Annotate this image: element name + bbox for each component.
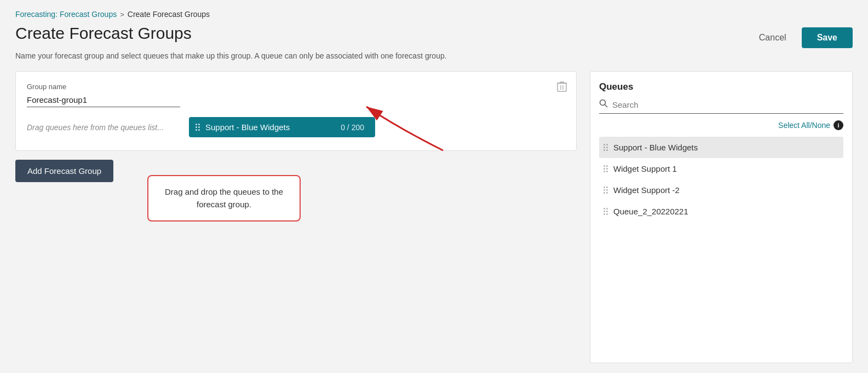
trash-icon <box>556 80 567 92</box>
group-name-section: Group name <box>27 83 565 107</box>
breadcrumb: Forecasting: Forecast Groups > Create Fo… <box>15 10 853 19</box>
delete-group-button[interactable] <box>556 80 567 95</box>
queue-chip-label: Support - Blue Widgets <box>205 123 290 132</box>
breadcrumb-link[interactable]: Forecasting: Forecast Groups <box>15 10 117 19</box>
breadcrumb-separator: > <box>120 10 124 19</box>
list-drag-handle <box>603 144 608 151</box>
tooltip-box: Drag and drop the queues to the forecast… <box>147 175 301 222</box>
forecast-group-card: Group name Drag queues here from the que… <box>15 71 577 151</box>
page-container: Forecasting: Forecast Groups > Create Fo… <box>0 0 868 373</box>
group-name-input[interactable] <box>27 93 180 107</box>
queue-chip[interactable]: Support - Blue Widgets 0 / 200 <box>189 117 375 137</box>
list-drag-handle <box>603 208 608 215</box>
add-forecast-group-button[interactable]: Add Forecast Group <box>15 160 113 182</box>
save-button[interactable]: Save <box>802 27 853 48</box>
queue-list-item[interactable]: Widget Support -2 <box>599 179 843 201</box>
svg-line-3 <box>605 105 608 108</box>
drop-zone-hint: Drag queues here from the queues list... <box>27 123 180 132</box>
drag-handle-icon <box>196 124 200 131</box>
queue-list-item[interactable]: Queue_2_20220221 <box>599 201 843 222</box>
tooltip-text: Drag and drop the queues to the forecast… <box>165 187 283 209</box>
svg-point-2 <box>600 100 606 106</box>
queue-item-label: Support - Blue Widgets <box>613 143 698 152</box>
header-actions: Cancel Save <box>750 27 853 48</box>
list-drag-handle <box>603 186 608 194</box>
svg-rect-0 <box>557 83 566 91</box>
queue-item-label: Widget Support 1 <box>613 164 677 173</box>
search-container <box>599 99 843 114</box>
queue-list: Support - Blue Widgets Widget Support 1 … <box>599 137 843 222</box>
queue-item-label: Widget Support -2 <box>613 185 680 195</box>
group-name-label: Group name <box>27 83 565 91</box>
page-subtitle: Name your forecast group and select queu… <box>15 51 853 60</box>
drop-zone-row: Drag queues here from the queues list...… <box>27 117 565 137</box>
info-icon[interactable]: i <box>833 120 843 130</box>
left-panel: Group name Drag queues here from the que… <box>15 71 577 363</box>
main-content: Group name Drag queues here from the que… <box>15 71 853 363</box>
search-input[interactable] <box>612 100 843 109</box>
queue-item-label: Queue_2_20220221 <box>613 207 688 216</box>
search-icon <box>599 99 608 110</box>
queues-panel: Queues Select All/None i <box>590 71 853 363</box>
page-title: Create Forecast Groups <box>15 24 192 43</box>
queues-panel-header: Queues <box>599 81 843 92</box>
select-all-link[interactable]: Select All/None <box>778 121 830 130</box>
queue-list-item[interactable]: Support - Blue Widgets <box>599 137 843 158</box>
list-drag-handle <box>603 165 608 172</box>
cancel-button[interactable]: Cancel <box>750 28 795 47</box>
page-header: Create Forecast Groups Cancel Save <box>15 24 853 48</box>
breadcrumb-current: Create Forecast Groups <box>128 10 210 19</box>
queue-list-item[interactable]: Widget Support 1 <box>599 158 843 179</box>
queue-count: 0 / 200 <box>341 123 364 132</box>
select-all-row: Select All/None i <box>599 120 843 130</box>
